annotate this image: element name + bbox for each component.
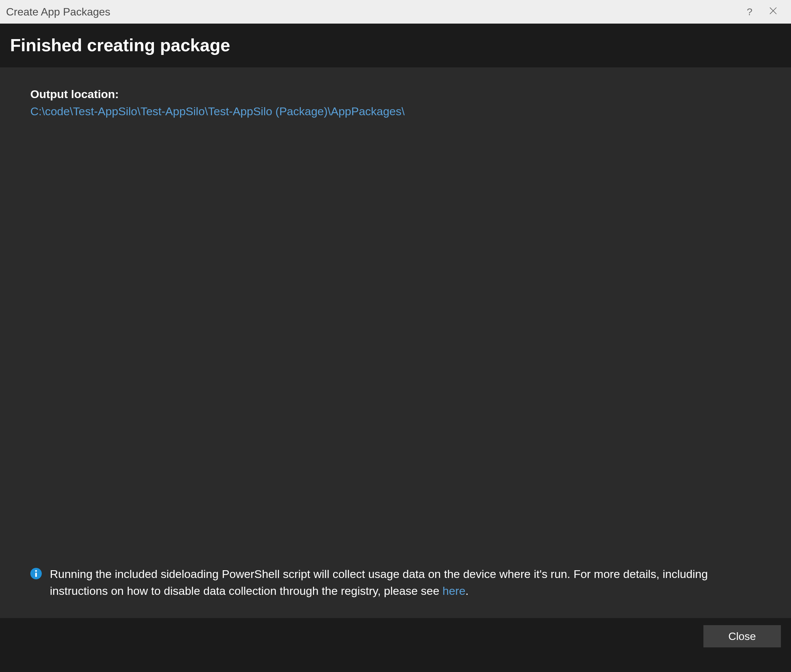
help-icon: ? bbox=[747, 6, 753, 18]
info-text-before: Running the included sideloading PowerSh… bbox=[50, 568, 708, 597]
output-location-label: Output location: bbox=[30, 88, 761, 101]
output-location-path[interactable]: C:\code\Test-AppSilo\Test-AppSilo\Test-A… bbox=[30, 105, 761, 118]
titlebar: Create App Packages ? bbox=[0, 0, 791, 24]
help-button[interactable]: ? bbox=[738, 0, 761, 24]
svg-rect-4 bbox=[35, 573, 37, 577]
page-title: Finished creating package bbox=[10, 35, 781, 55]
svg-point-3 bbox=[35, 570, 37, 572]
info-link[interactable]: here bbox=[443, 584, 465, 597]
info-text-after: . bbox=[465, 584, 468, 597]
info-text: Running the included sideloading PowerSh… bbox=[50, 566, 761, 599]
window-title: Create App Packages bbox=[6, 6, 738, 18]
window-close-button[interactable] bbox=[761, 0, 785, 24]
dialog-content: Output location: C:\code\Test-AppSilo\Te… bbox=[0, 67, 791, 618]
close-button[interactable]: Close bbox=[703, 625, 781, 647]
dialog-header: Finished creating package bbox=[0, 24, 791, 67]
info-block: Running the included sideloading PowerSh… bbox=[30, 566, 761, 599]
info-icon bbox=[30, 568, 42, 579]
dialog-footer: Close bbox=[0, 618, 791, 654]
close-icon bbox=[769, 6, 778, 18]
